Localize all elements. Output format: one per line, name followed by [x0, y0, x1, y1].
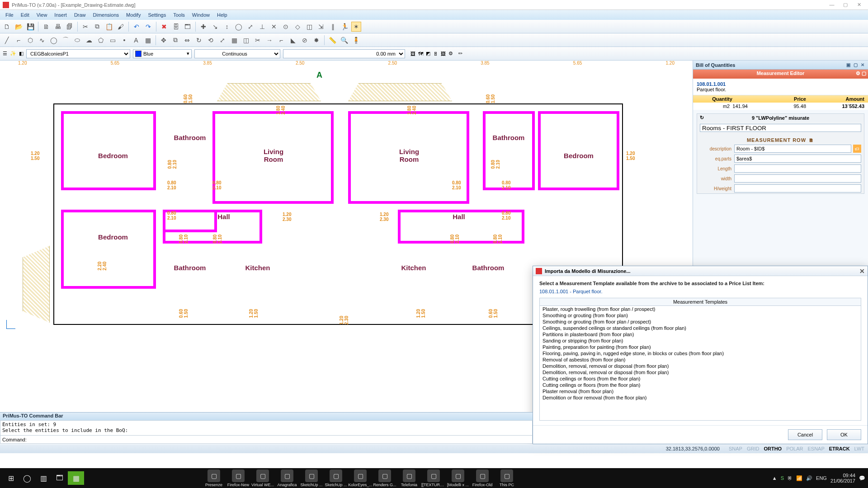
layers-button[interactable]: ☰ [3, 51, 7, 56]
template-item[interactable]: Demolition, removal, removal or disposal… [540, 369, 861, 375]
color-select[interactable]: Blue ▾ [133, 49, 192, 58]
template-item[interactable]: Smoothing or grouting (from floor plan) [540, 312, 861, 319]
hatch-icon[interactable]: ▦ [143, 35, 153, 45]
ok-button[interactable]: OK [827, 429, 861, 440]
snap-etrack[interactable]: ETRACK [829, 446, 850, 451]
snap-extend-icon[interactable]: ⇲ [316, 22, 326, 32]
room-outline[interactable] [61, 111, 156, 190]
ellipse-icon[interactable]: ⬭ [72, 35, 82, 45]
pline-icon[interactable]: ⌐ [14, 35, 24, 45]
template-item[interactable]: Cutting ceilings or floors (from the flo… [540, 375, 861, 382]
row-options-icon[interactable]: 🗎 [809, 137, 814, 143]
snap-endpoint-icon[interactable]: ↘ [210, 22, 220, 32]
snap-ortho[interactable]: ORTHO [764, 446, 782, 451]
misurate-input[interactable] [700, 124, 861, 132]
page-icon[interactable]: 🗎 [41, 22, 51, 32]
new-file-icon[interactable]: 🗋 [2, 22, 12, 32]
room-outline[interactable] [483, 111, 535, 190]
taskbar-app[interactable]: ▢Anagrafica [275, 469, 299, 487]
snap-esnap[interactable]: ESNAP [807, 446, 824, 451]
dialog-titlebar[interactable]: Importa da Modello di Misurazione... ✕ [533, 266, 868, 276]
template-item[interactable]: Plaster, rough trowelling (from floor pl… [540, 306, 861, 312]
delete-icon[interactable]: ✖ [159, 22, 169, 32]
menu-window[interactable]: Window [189, 11, 213, 19]
point-icon[interactable]: • [119, 35, 129, 45]
taskview-button[interactable]: ▥ [35, 471, 52, 485]
mirror-icon[interactable]: ⟲ [206, 35, 216, 45]
measure-icon[interactable]: 📏 [327, 35, 337, 45]
lasso-icon[interactable]: ⬡ [25, 35, 35, 45]
menu-dimensions[interactable]: Dimensions [90, 11, 123, 19]
template-item[interactable]: Painting, preparation for painting (from… [540, 344, 861, 350]
template-item[interactable]: Sanding or stripping (from floor plan) [540, 338, 861, 344]
taskbar-app[interactable]: ▢Renders G... [373, 469, 397, 487]
taskbar-app[interactable]: ▢Presenze [202, 469, 226, 487]
notifications-icon[interactable]: 💬 [859, 475, 865, 481]
rect-icon[interactable]: ▭ [108, 35, 118, 45]
lineweight-select[interactable]: 0.00 mm [283, 49, 405, 58]
move-icon[interactable]: ✥ [159, 35, 169, 45]
rotate-icon[interactable]: ↻ [194, 35, 204, 45]
tray-icon[interactable]: ⛨ [788, 475, 793, 481]
tray-icon[interactable]: 📶 [796, 475, 802, 481]
taskbar-app[interactable]: ▢Virtual WE... [250, 469, 275, 487]
taskbar-app[interactable]: ▢Firefox-Old [470, 469, 495, 487]
template-list[interactable]: Measurement Templates Plaster, rough tro… [539, 298, 861, 421]
taskbar-app[interactable]: ▢This PC [495, 469, 519, 487]
walk-icon[interactable]: 🧍 [351, 35, 361, 45]
array-icon[interactable]: ▦ [229, 35, 239, 45]
length-input[interactable] [734, 164, 861, 173]
menu-view[interactable]: View [33, 11, 51, 19]
template-item[interactable]: Cutting ceilings or floors (from the flo… [540, 382, 861, 388]
circle-tool-icon[interactable]: ◯ [49, 35, 59, 45]
polygon-icon[interactable]: ⬠ [96, 35, 106, 45]
img-attach-icon[interactable]: 🗺 [418, 51, 423, 56]
fillet-icon[interactable]: ⌐ [276, 35, 286, 45]
template-item[interactable]: Flooring, paving, paving in, rugged edge… [540, 350, 861, 357]
start-button[interactable]: ⊞ [3, 471, 19, 485]
taskbar-app[interactable]: ▢Telefonia [397, 469, 421, 487]
snap-snap[interactable]: SNAP [729, 446, 742, 451]
hweight-input[interactable] [734, 184, 861, 192]
cancel-button[interactable]: Cancel [788, 429, 822, 440]
clock[interactable]: 09:4421/06/2017 [830, 473, 855, 483]
linetype-select[interactable]: Continuous [194, 49, 280, 58]
tray-icon[interactable]: 🔊 [806, 475, 812, 481]
taskbar-app[interactable]: ▢[[TEXTURE... [421, 469, 446, 487]
copy-obj-icon[interactable]: ⧉ [170, 35, 180, 45]
copy-icon[interactable]: ⧉ [92, 22, 102, 32]
snap-quick-icon[interactable]: 🏃 [340, 22, 349, 32]
menu-edit[interactable]: Edit [17, 11, 33, 19]
img-clip-icon[interactable]: ◩ [426, 51, 430, 56]
taskbar-app[interactable]: ▢[Modelli x ... [446, 469, 470, 487]
layer-select[interactable]: CEGBalconiesP1 [26, 49, 130, 58]
menu-insert[interactable]: Insert [51, 11, 71, 19]
undo-icon[interactable]: ↶ [132, 22, 142, 32]
match-prop-icon[interactable]: 🖌 [116, 22, 126, 32]
pinned-app[interactable]: ▦ [68, 471, 84, 485]
room-outline[interactable] [538, 111, 619, 190]
menu-settings[interactable]: Settings [144, 11, 170, 19]
taskbar-app[interactable]: ▢KolorEyes_... [348, 469, 373, 487]
snap-mid-icon[interactable]: ↕ [222, 22, 232, 32]
desc-input[interactable] [734, 145, 851, 153]
taskbar-app[interactable]: ▢SketchUp ... [299, 469, 324, 487]
print-preview-icon[interactable]: 🗐 [65, 22, 75, 32]
offset-icon[interactable]: ◫ [241, 35, 251, 45]
tag-button[interactable]: 🏷 [853, 145, 861, 153]
snap-point-icon[interactable]: ✚ [198, 22, 208, 32]
calculator-icon[interactable]: 🗄 [171, 22, 181, 32]
cut-icon[interactable]: ✂ [80, 22, 90, 32]
menu-file[interactable]: File [2, 11, 17, 19]
snap-circle-icon[interactable]: ◯ [234, 22, 244, 32]
open-file-icon[interactable]: 📂 [14, 22, 24, 32]
minimize-button[interactable]: — [826, 2, 838, 8]
close-button[interactable]: ✕ [853, 2, 865, 8]
zoom-icon[interactable]: 🔍 [339, 35, 349, 45]
snap-grid[interactable]: GRID [747, 446, 760, 451]
img-adjust-icon[interactable]: 🎚 [433, 51, 438, 56]
template-item[interactable]: Smoothing or grouting (from floor plan /… [540, 319, 861, 325]
eqparts-input[interactable] [734, 155, 861, 163]
template-item[interactable]: Plaster removal (from floor plan) [540, 388, 861, 394]
menu-tools[interactable]: Tools [170, 11, 189, 19]
